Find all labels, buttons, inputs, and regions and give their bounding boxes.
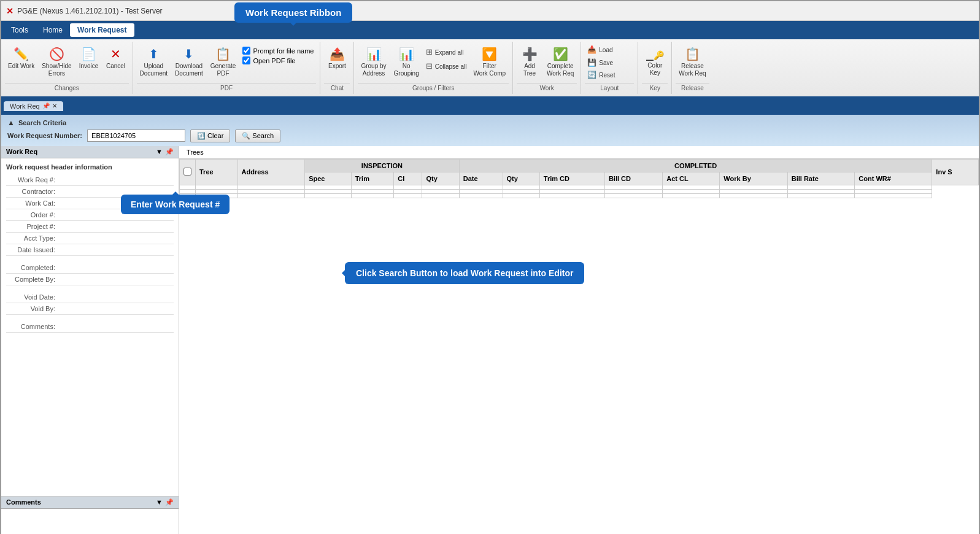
panel-pin-icon[interactable]: 📌 [165, 148, 174, 156]
field-complete-by: Complete By: [6, 274, 174, 285]
release-work-req-button[interactable]: 📋 ReleaseWork Req [676, 44, 709, 79]
search-button[interactable]: 🔍 Search [235, 130, 280, 142]
work-label: Work [517, 83, 577, 91]
clear-icon: 🔃 [197, 132, 206, 140]
left-panel-header: Work Req ▼ 📌 [1, 146, 179, 158]
search-criteria-label: Search Criteria [18, 119, 66, 126]
key-label: Key [642, 83, 668, 91]
panel-dropdown-icon[interactable]: ▼ [156, 148, 163, 156]
ribbon: ✏️ Edit Work 🚫 Show/HideErrors 📄 Invoice… [1, 39, 979, 98]
select-all-checkbox[interactable] [183, 168, 191, 176]
ribbon-group-changes: ✏️ Edit Work 🚫 Show/HideErrors 📄 Invoice… [1, 42, 133, 94]
title-bar: ✕ PG&E (Nexus 1.461.2102.101) - Test Ser… [1, 1, 979, 21]
ribbon-group-key: ⎯🔑 ColorKey Key [638, 42, 672, 94]
col-work-by: Work By [720, 172, 787, 185]
table-row [180, 185, 979, 189]
save-button[interactable]: 💾Save [585, 57, 634, 69]
comments-dropdown-icon[interactable]: ▼ [156, 498, 163, 506]
col-qty-insp: Qty [422, 172, 459, 185]
layout-label: Layout [585, 83, 634, 91]
field-project: Project #: [6, 221, 174, 233]
add-tree-button[interactable]: ➕ AddTree [517, 44, 542, 79]
right-panel: Trees Tree Address INSPECTION COMPLETED … [179, 146, 979, 534]
field-date-issued: Date Issued: [6, 244, 174, 256]
table-row [180, 189, 979, 193]
ribbon-tooltip: Work Request Ribbon [234, 2, 352, 23]
ribbon-group-layout: 📥Load 💾Save 🔄Reset Layout [581, 42, 638, 94]
table-body [180, 185, 979, 198]
field-void-by: Void By: [6, 303, 174, 315]
complete-work-req-button[interactable]: ✅ CompleteWork Req [544, 44, 577, 79]
comments-panel: Comments ▼ 📌 [1, 496, 179, 534]
col-tree: Tree [196, 159, 238, 185]
pdf-label: PDF [137, 83, 317, 91]
groups-filters-label: Groups / Filters [358, 83, 509, 91]
col-act-cl: Act CL [663, 172, 720, 185]
col-qty-comp: Qty [503, 172, 539, 185]
search-criteria-arrow: ▲ [7, 118, 15, 127]
col-trim-cd: Trim CD [539, 172, 604, 185]
col-inv-s: Inv S [932, 159, 979, 185]
invoice-button[interactable]: 📄 Invoice [76, 44, 102, 72]
work-req-tab[interactable]: Work Req 📌 ✕ [4, 101, 63, 111]
reset-button[interactable]: 🔄Reset [585, 69, 634, 82]
col-bill-rate: Bill Rate [787, 172, 855, 185]
menu-work-request[interactable]: Work Request [70, 23, 134, 37]
release-label: Release [676, 83, 709, 91]
prompt-file-name-checkbox[interactable]: Prompt for file name [242, 47, 314, 55]
section-title: Work request header information [6, 163, 174, 171]
data-table: Tree Address INSPECTION COMPLETED Inv S … [179, 159, 979, 198]
group-by-address-button[interactable]: 📊 Group byAddress [358, 44, 389, 79]
menu-tools[interactable]: Tools [4, 23, 36, 37]
download-document-button[interactable]: ⬇ DownloadDocument [172, 44, 206, 79]
field-completed: Completed: [6, 262, 174, 274]
comments-panel-header: Comments ▼ 📌 [1, 497, 179, 509]
ribbon-group-release: 📋 ReleaseWork Req Release [672, 42, 712, 94]
collapse-all-button[interactable]: ⊟Collapse all [423, 60, 469, 73]
enter-wr-tooltip: Enter Work Request # [121, 195, 230, 214]
ribbon-group-document: ⬆ UploadDocument ⬇ DownloadDocument 📋 Ge… [133, 42, 321, 94]
completed-header: COMPLETED [459, 159, 932, 172]
col-cont-wr: Cont WR# [855, 172, 932, 185]
col-address: Address [237, 159, 305, 185]
work-request-number-input[interactable] [87, 130, 185, 142]
app-title: PG&E (Nexus 1.461.2102.101) - Test Serve… [17, 7, 163, 15]
tab-bar: Work Req 📌 ✕ [1, 98, 979, 115]
generate-pdf-button[interactable]: 📋 GeneratePDF [207, 44, 239, 79]
expand-all-button[interactable]: ⊞Expand all [423, 46, 469, 59]
comments-pin-icon[interactable]: 📌 [165, 498, 174, 506]
color-key-button[interactable]: ⎯🔑 ColorKey [642, 44, 668, 79]
col-spec: Spec [305, 172, 352, 185]
ribbon-group-groups-filters: 📊 Group byAddress 📊 NoGrouping ⊞Expand a… [354, 42, 513, 94]
table-container[interactable]: Tree Address INSPECTION COMPLETED Inv S … [179, 159, 979, 534]
ribbon-group-work: ➕ AddTree ✅ CompleteWork Req Work [513, 42, 581, 94]
menu-home[interactable]: Home [36, 23, 70, 37]
filter-work-comp-button[interactable]: 🔽 FilterWork Comp [470, 44, 509, 79]
export-button[interactable]: 📤 Export [324, 44, 350, 72]
col-trim: Trim [351, 172, 394, 185]
pdf-options: Prompt for file name Open PDF file [240, 44, 316, 67]
cancel-button[interactable]: ✕ Cancel [103, 44, 129, 72]
ribbon-group-chat: 📤 Export Chat [320, 42, 354, 94]
col-checkbox [180, 159, 196, 185]
edit-work-button[interactable]: ✏️ Edit Work [5, 44, 37, 72]
search-tooltip: Click Search Button to load Work Request… [345, 262, 584, 284]
clear-button[interactable]: 🔃 Clear [190, 130, 230, 142]
tab-close-icon[interactable]: ✕ [52, 103, 57, 109]
trees-tab[interactable]: Trees [179, 146, 979, 159]
chat-label: Chat [324, 83, 350, 91]
tab-pin-icon[interactable]: 📌 [42, 103, 50, 109]
changes-label: Changes [5, 83, 129, 91]
no-grouping-button[interactable]: 📊 NoGrouping [391, 44, 422, 79]
search-bar: ▲ Search Criteria Work Request Number: 🔃… [1, 115, 979, 146]
inspection-header: INSPECTION [305, 159, 460, 172]
search-icon: 🔍 [242, 132, 250, 140]
work-request-number-label: Work Request Number: [7, 132, 82, 139]
menu-bar: Tools Home Work Request [1, 21, 979, 39]
search-criteria-header[interactable]: ▲ Search Criteria [7, 118, 973, 127]
show-hide-errors-button[interactable]: 🚫 Show/HideErrors [39, 44, 74, 79]
open-pdf-file-checkbox[interactable]: Open PDF file [242, 56, 314, 64]
col-date: Date [459, 172, 503, 185]
upload-document-button[interactable]: ⬆ UploadDocument [137, 44, 171, 79]
load-button[interactable]: 📥Load [585, 44, 634, 56]
